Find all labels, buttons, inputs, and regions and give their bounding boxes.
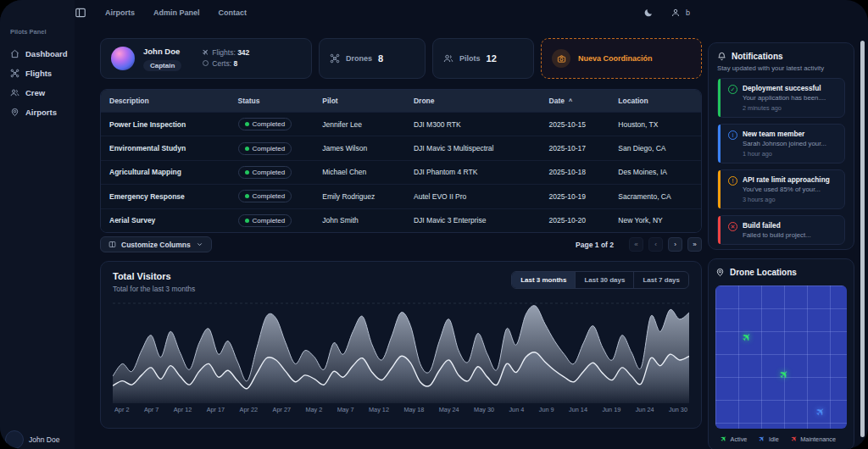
legend-item: ✈Active [721,435,747,443]
table-row[interactable]: Aerial Survey Completed John Smith DJI M… [101,208,701,232]
x-tick-label: Apr 22 [240,406,259,413]
sidebar-item-crew[interactable]: Crew [0,83,75,103]
range-selector: Last 3 months Last 30 days Last 7 days [511,271,689,289]
x-tick-label: May 12 [369,406,389,413]
drone-icon [330,53,340,64]
certs-stat: Certs: 8 [202,58,249,69]
x-tick-label: Apr 12 [174,406,192,413]
users-icon [443,53,453,64]
cell-description: Emergency Response [101,192,230,201]
x-tick-label: May 18 [403,406,424,413]
legend-item: ✈Maintenance [791,435,836,443]
home-icon [10,49,19,58]
drones-count: 8 [378,53,383,64]
area-chart [113,300,689,403]
drone-locations-title: Drone Locations [730,268,797,277]
customize-columns-label: Customize Columns [121,241,191,249]
nav-link-admin-panel[interactable]: Admin Panel [153,8,200,17]
col-pilot[interactable]: Pilot [314,97,405,105]
cell-description: Environmental Studyn [101,144,230,152]
cell-date: 2025-10-18 [541,168,610,176]
status-badge: Completed [238,190,292,202]
user-menu[interactable]: b [670,8,690,18]
col-status[interactable]: Status [230,97,314,105]
col-location[interactable]: Location [609,97,701,105]
cell-pilot: Jennifer Lee [314,120,405,129]
topbar: Airports Admin Panel Contact [68,0,868,25]
sidebar-toggle-icon[interactable] [75,7,86,19]
table-row[interactable]: Power Line Inspection Completed Jennifer… [101,112,701,136]
x-tick-label: May 2 [305,406,322,413]
topbar-actions: b [643,0,690,25]
status-badge: Completed [238,142,292,155]
cell-date: 2025-10-20 [541,216,610,224]
notification-info[interactable]: i New team member Sarah Johnson joined y… [717,124,845,164]
x-tick-label: Jun 24 [636,406,654,413]
sidebar-item-dashboard[interactable]: Dashboard [0,44,75,64]
app-window: Pilots Panel Dashboard Flights Crew Airp… [0,0,868,449]
customize-columns-button[interactable]: Customize Columns [100,236,212,252]
cell-pilot: James Wilson [314,144,405,152]
drone-marker-active: ✈ [739,330,754,345]
check-circle-icon: ✓ [728,85,737,94]
cell-drone: DJI Mavic 3 Enterprise [405,216,541,224]
pilots-stat-card: Pilots 12 [432,38,534,79]
prev-page-button[interactable]: ‹ [648,237,663,252]
status-dot-icon [245,219,249,223]
x-tick-label: May 30 [474,406,494,413]
cell-drone: DJI M300 RTK [405,120,541,129]
col-date[interactable]: Date^ [541,97,610,105]
x-tick-label: Jun 30 [669,406,687,413]
range-last-3-months[interactable]: Last 3 months [512,272,575,288]
status-badge: Completed [238,214,292,227]
col-description[interactable]: Description [101,97,230,105]
status-badge: Completed [238,166,292,179]
nav-link-airports[interactable]: Airports [105,8,135,17]
action-label: Nueva Coordinación [578,54,653,63]
sidebar-item-label: Airports [25,108,57,117]
next-page-button[interactable]: › [668,237,682,252]
sidebar-item-label: Dashboard [25,49,68,58]
sidebar-item-airports[interactable]: Airports [0,103,75,122]
flights-table: Description Status Pilot Drone Date^ Loc… [100,89,702,233]
pagination: Page 1 of 2 « ‹ › » [576,237,702,252]
cell-location: Houston, TX [609,120,701,129]
x-tick-label: Apr 2 [114,406,129,413]
pilot-name: John Doe [143,47,181,56]
cell-location: New York, NY [609,216,701,224]
x-tick-label: Jun 19 [602,406,620,413]
notification-warning[interactable]: ! API rate limit approaching You've used… [717,169,845,209]
sidebar-section-label: Pilots Panel [10,28,75,36]
last-page-button[interactable]: » [687,237,702,252]
cell-status: Completed [230,142,314,155]
sidebar-user[interactable]: John Doe [5,430,59,449]
first-page-button[interactable]: « [629,237,643,252]
notification-error[interactable]: ✕ Build failed Failed to build project..… [717,215,845,245]
nueva-coordinacion-button[interactable]: Nueva Coordinación [541,38,702,79]
range-last-7-days[interactable]: Last 7 days [633,272,688,288]
sidebar-item-flights[interactable]: Flights [0,64,75,83]
x-tick-label: May 24 [439,406,459,413]
vertical-scrollbar[interactable] [860,41,865,437]
info-circle-icon: i [728,130,737,140]
table-row[interactable]: Emergency Response Completed Emily Rodri… [101,184,701,208]
legend-item: ✈Idle [759,435,778,443]
notification-success[interactable]: ✓ Deployment successful Your application… [717,78,845,118]
columns-icon [108,241,116,248]
pilot-role-badge: Captain [143,60,181,71]
drone-map[interactable]: ✈✈✈ [715,285,847,429]
pilot-profile-card: John Doe Captain Flights: 342 Certs: 8 [100,38,312,79]
cell-date: 2025-10-17 [541,144,610,152]
badge-icon [202,59,209,67]
range-last-30-days[interactable]: Last 30 days [575,272,633,288]
legend-drone-icon: ✈ [788,434,798,444]
camera-icon [552,49,570,68]
cell-pilot: Michael Chen [314,168,405,176]
table-row[interactable]: Agricultural Mapping Completed Michael C… [101,160,701,184]
drone-marker-active: ✈ [776,367,791,382]
col-drone[interactable]: Drone [405,97,541,105]
table-row[interactable]: Environmental Studyn Completed James Wil… [101,136,701,159]
moon-icon[interactable] [643,8,654,18]
nav-link-contact[interactable]: Contact [219,8,248,17]
avatar [5,430,24,449]
